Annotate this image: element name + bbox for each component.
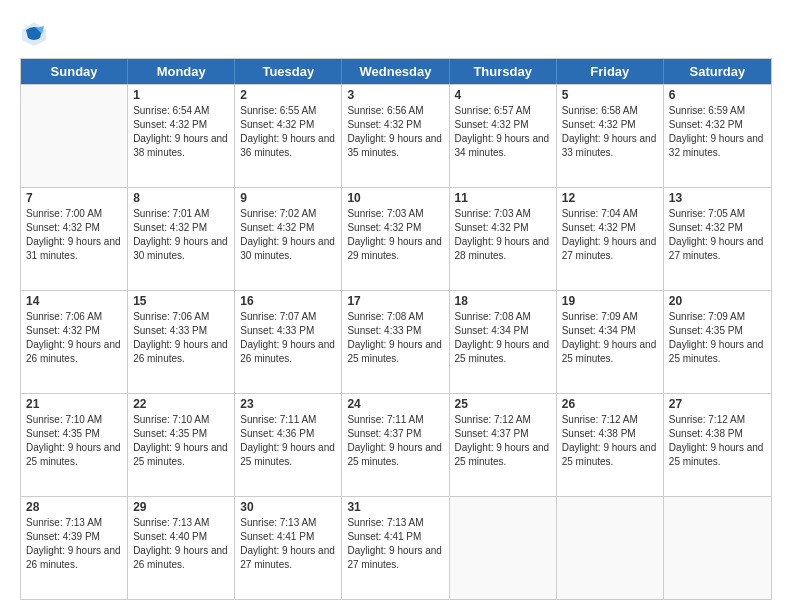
day-number: 4	[455, 88, 551, 102]
day-info: Sunrise: 6:54 AMSunset: 4:32 PMDaylight:…	[133, 104, 229, 160]
day-header-thursday: Thursday	[450, 59, 557, 84]
day-number: 1	[133, 88, 229, 102]
day-info: Sunrise: 7:11 AMSunset: 4:36 PMDaylight:…	[240, 413, 336, 469]
day-info: Sunrise: 7:04 AMSunset: 4:32 PMDaylight:…	[562, 207, 658, 263]
day-cell-6: 6 Sunrise: 6:59 AMSunset: 4:32 PMDayligh…	[664, 85, 771, 187]
day-info: Sunrise: 7:06 AMSunset: 4:33 PMDaylight:…	[133, 310, 229, 366]
week-row-1: 1 Sunrise: 6:54 AMSunset: 4:32 PMDayligh…	[21, 84, 771, 187]
day-cell-15: 15 Sunrise: 7:06 AMSunset: 4:33 PMDaylig…	[128, 291, 235, 393]
day-cell-29: 29 Sunrise: 7:13 AMSunset: 4:40 PMDaylig…	[128, 497, 235, 599]
day-number: 24	[347, 397, 443, 411]
day-cell-4: 4 Sunrise: 6:57 AMSunset: 4:32 PMDayligh…	[450, 85, 557, 187]
day-info: Sunrise: 7:08 AMSunset: 4:34 PMDaylight:…	[455, 310, 551, 366]
day-cell-14: 14 Sunrise: 7:06 AMSunset: 4:32 PMDaylig…	[21, 291, 128, 393]
day-info: Sunrise: 7:13 AMSunset: 4:40 PMDaylight:…	[133, 516, 229, 572]
day-info: Sunrise: 7:03 AMSunset: 4:32 PMDaylight:…	[347, 207, 443, 263]
day-header-tuesday: Tuesday	[235, 59, 342, 84]
day-info: Sunrise: 6:56 AMSunset: 4:32 PMDaylight:…	[347, 104, 443, 160]
day-cell-26: 26 Sunrise: 7:12 AMSunset: 4:38 PMDaylig…	[557, 394, 664, 496]
day-cell-31: 31 Sunrise: 7:13 AMSunset: 4:41 PMDaylig…	[342, 497, 449, 599]
day-number: 13	[669, 191, 766, 205]
week-row-2: 7 Sunrise: 7:00 AMSunset: 4:32 PMDayligh…	[21, 187, 771, 290]
day-info: Sunrise: 6:59 AMSunset: 4:32 PMDaylight:…	[669, 104, 766, 160]
day-info: Sunrise: 7:12 AMSunset: 4:37 PMDaylight:…	[455, 413, 551, 469]
day-cell-7: 7 Sunrise: 7:00 AMSunset: 4:32 PMDayligh…	[21, 188, 128, 290]
day-number: 7	[26, 191, 122, 205]
day-number: 8	[133, 191, 229, 205]
day-number: 21	[26, 397, 122, 411]
day-info: Sunrise: 7:02 AMSunset: 4:32 PMDaylight:…	[240, 207, 336, 263]
day-header-wednesday: Wednesday	[342, 59, 449, 84]
day-cell-24: 24 Sunrise: 7:11 AMSunset: 4:37 PMDaylig…	[342, 394, 449, 496]
day-info: Sunrise: 6:55 AMSunset: 4:32 PMDaylight:…	[240, 104, 336, 160]
day-info: Sunrise: 7:13 AMSunset: 4:41 PMDaylight:…	[347, 516, 443, 572]
day-cell-2: 2 Sunrise: 6:55 AMSunset: 4:32 PMDayligh…	[235, 85, 342, 187]
day-cell-20: 20 Sunrise: 7:09 AMSunset: 4:35 PMDaylig…	[664, 291, 771, 393]
day-info: Sunrise: 7:00 AMSunset: 4:32 PMDaylight:…	[26, 207, 122, 263]
day-cell-16: 16 Sunrise: 7:07 AMSunset: 4:33 PMDaylig…	[235, 291, 342, 393]
day-info: Sunrise: 7:05 AMSunset: 4:32 PMDaylight:…	[669, 207, 766, 263]
day-number: 10	[347, 191, 443, 205]
day-cell-9: 9 Sunrise: 7:02 AMSunset: 4:32 PMDayligh…	[235, 188, 342, 290]
day-info: Sunrise: 7:01 AMSunset: 4:32 PMDaylight:…	[133, 207, 229, 263]
day-number: 15	[133, 294, 229, 308]
day-info: Sunrise: 7:10 AMSunset: 4:35 PMDaylight:…	[26, 413, 122, 469]
day-header-friday: Friday	[557, 59, 664, 84]
day-cell-21: 21 Sunrise: 7:10 AMSunset: 4:35 PMDaylig…	[21, 394, 128, 496]
logo-icon	[20, 20, 48, 48]
day-info: Sunrise: 7:08 AMSunset: 4:33 PMDaylight:…	[347, 310, 443, 366]
empty-cell	[21, 85, 128, 187]
day-number: 16	[240, 294, 336, 308]
day-info: Sunrise: 7:10 AMSunset: 4:35 PMDaylight:…	[133, 413, 229, 469]
day-number: 3	[347, 88, 443, 102]
day-cell-3: 3 Sunrise: 6:56 AMSunset: 4:32 PMDayligh…	[342, 85, 449, 187]
day-number: 18	[455, 294, 551, 308]
calendar: SundayMondayTuesdayWednesdayThursdayFrid…	[20, 58, 772, 600]
day-cell-27: 27 Sunrise: 7:12 AMSunset: 4:38 PMDaylig…	[664, 394, 771, 496]
day-number: 6	[669, 88, 766, 102]
day-cell-10: 10 Sunrise: 7:03 AMSunset: 4:32 PMDaylig…	[342, 188, 449, 290]
day-number: 17	[347, 294, 443, 308]
day-number: 23	[240, 397, 336, 411]
week-row-5: 28 Sunrise: 7:13 AMSunset: 4:39 PMDaylig…	[21, 496, 771, 599]
calendar-body: 1 Sunrise: 6:54 AMSunset: 4:32 PMDayligh…	[21, 84, 771, 599]
day-cell-8: 8 Sunrise: 7:01 AMSunset: 4:32 PMDayligh…	[128, 188, 235, 290]
day-cell-22: 22 Sunrise: 7:10 AMSunset: 4:35 PMDaylig…	[128, 394, 235, 496]
day-info: Sunrise: 7:11 AMSunset: 4:37 PMDaylight:…	[347, 413, 443, 469]
empty-cell	[664, 497, 771, 599]
day-number: 19	[562, 294, 658, 308]
day-number: 25	[455, 397, 551, 411]
day-number: 31	[347, 500, 443, 514]
day-number: 22	[133, 397, 229, 411]
day-info: Sunrise: 7:12 AMSunset: 4:38 PMDaylight:…	[669, 413, 766, 469]
empty-cell	[557, 497, 664, 599]
day-number: 5	[562, 88, 658, 102]
day-cell-30: 30 Sunrise: 7:13 AMSunset: 4:41 PMDaylig…	[235, 497, 342, 599]
day-cell-5: 5 Sunrise: 6:58 AMSunset: 4:32 PMDayligh…	[557, 85, 664, 187]
day-cell-28: 28 Sunrise: 7:13 AMSunset: 4:39 PMDaylig…	[21, 497, 128, 599]
day-number: 20	[669, 294, 766, 308]
empty-cell	[450, 497, 557, 599]
day-number: 27	[669, 397, 766, 411]
day-info: Sunrise: 7:09 AMSunset: 4:35 PMDaylight:…	[669, 310, 766, 366]
day-info: Sunrise: 7:13 AMSunset: 4:39 PMDaylight:…	[26, 516, 122, 572]
day-cell-19: 19 Sunrise: 7:09 AMSunset: 4:34 PMDaylig…	[557, 291, 664, 393]
day-number: 26	[562, 397, 658, 411]
day-number: 28	[26, 500, 122, 514]
day-cell-25: 25 Sunrise: 7:12 AMSunset: 4:37 PMDaylig…	[450, 394, 557, 496]
day-info: Sunrise: 7:09 AMSunset: 4:34 PMDaylight:…	[562, 310, 658, 366]
day-number: 14	[26, 294, 122, 308]
header	[20, 16, 772, 48]
day-info: Sunrise: 7:13 AMSunset: 4:41 PMDaylight:…	[240, 516, 336, 572]
day-cell-11: 11 Sunrise: 7:03 AMSunset: 4:32 PMDaylig…	[450, 188, 557, 290]
day-number: 9	[240, 191, 336, 205]
day-cell-13: 13 Sunrise: 7:05 AMSunset: 4:32 PMDaylig…	[664, 188, 771, 290]
page: SundayMondayTuesdayWednesdayThursdayFrid…	[0, 0, 792, 612]
day-number: 11	[455, 191, 551, 205]
day-number: 12	[562, 191, 658, 205]
week-row-3: 14 Sunrise: 7:06 AMSunset: 4:32 PMDaylig…	[21, 290, 771, 393]
day-info: Sunrise: 7:03 AMSunset: 4:32 PMDaylight:…	[455, 207, 551, 263]
week-row-4: 21 Sunrise: 7:10 AMSunset: 4:35 PMDaylig…	[21, 393, 771, 496]
day-header-saturday: Saturday	[664, 59, 771, 84]
day-info: Sunrise: 7:07 AMSunset: 4:33 PMDaylight:…	[240, 310, 336, 366]
